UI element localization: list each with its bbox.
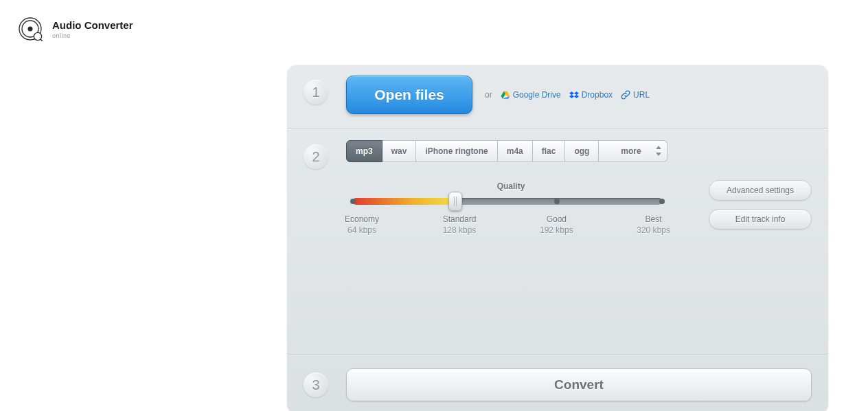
svg-marker-11 [574,95,579,98]
format-tab-ogg[interactable]: ogg [565,140,599,162]
legend-label: Best [637,214,670,224]
record-icon [18,16,43,41]
legend-sub: 128 kbps [443,225,477,235]
slider-handle[interactable] [448,192,462,211]
format-tabs: mp3 wav iPhone ringtone m4a flac ogg mor… [346,140,676,162]
legend-good: Good 192 kbps [540,214,573,235]
edit-track-info-button[interactable]: Edit track info [709,209,812,230]
slider-fill [353,198,455,205]
or-text: or [485,90,492,100]
legend-sub: 320 kbps [637,225,670,235]
link-icon [621,90,630,100]
advanced-settings-label: Advanced settings [727,186,794,195]
source-url[interactable]: URL [621,90,650,100]
step-2: 2 mp3 wav iPhone ringtone m4a flac ogg m… [287,129,828,355]
slider-tick-3 [659,199,665,204]
legend-label: Good [540,214,573,224]
source-google-drive[interactable]: Google Drive [501,90,561,100]
format-tab-more[interactable]: more [599,140,667,162]
legend-label: Standard [443,214,477,224]
gdrive-label: Google Drive [513,90,561,100]
svg-point-2 [28,27,33,32]
step-3: 3 Convert [287,355,828,411]
convert-button[interactable]: Convert [346,368,812,401]
legend-standard: Standard 128 kbps [443,214,477,235]
svg-marker-10 [569,95,574,98]
format-tab-mp3[interactable]: mp3 [346,140,382,162]
svg-marker-9 [574,91,579,95]
format-tab-wav[interactable]: wav [382,140,417,162]
step-1: 1 Open files or Google Drive [287,65,828,129]
quality-slider[interactable]: Economy 64 kbps Standard 128 kbps Good 1… [353,198,662,235]
side-actions: Advanced settings Edit track info [709,180,812,230]
app-subtitle: online [52,32,133,39]
svg-marker-8 [569,91,574,95]
legend-best: Best 320 kbps [637,214,670,235]
open-files-button[interactable]: Open files [346,76,472,114]
advanced-settings-button[interactable]: Advanced settings [709,180,812,201]
format-tab-iphone[interactable]: iPhone ringtone [416,140,497,162]
legend-label: Economy [345,214,379,224]
alt-sources: or Google Drive Dropbox [485,90,650,100]
legend-sub: 192 kbps [540,225,573,235]
open-files-label: Open files [374,87,444,103]
app-title: Audio Converter [52,19,133,31]
step-number-3: 3 [304,373,328,397]
format-tab-flac[interactable]: flac [533,140,566,162]
legend-economy: Economy 64 kbps [345,214,379,235]
svg-point-3 [34,32,41,40]
app-header: Audio Converter online [18,16,133,41]
url-label: URL [633,90,650,100]
convert-label: Convert [554,377,604,392]
format-tab-m4a[interactable]: m4a [498,140,533,162]
app-title-block: Audio Converter online [52,19,133,39]
dropbox-icon [569,90,579,100]
slider-track [353,198,662,205]
slider-legend: Economy 64 kbps Standard 128 kbps Good 1… [345,214,670,235]
slider-tick-2 [554,199,560,204]
main-panel: 1 Open files or Google Drive [287,65,828,411]
source-dropbox[interactable]: Dropbox [569,90,613,100]
gdrive-icon [501,90,510,100]
step-number-2: 2 [304,144,328,169]
quality-title: Quality [346,181,676,191]
dropbox-label: Dropbox [582,90,613,100]
legend-sub: 64 kbps [345,225,379,235]
edit-track-info-label: Edit track info [735,214,786,224]
slider-tick-0 [350,199,356,204]
quality-block: Quality Economy 64 kbps [346,181,676,235]
svg-line-4 [41,39,43,41]
step-number-1: 1 [304,80,328,104]
